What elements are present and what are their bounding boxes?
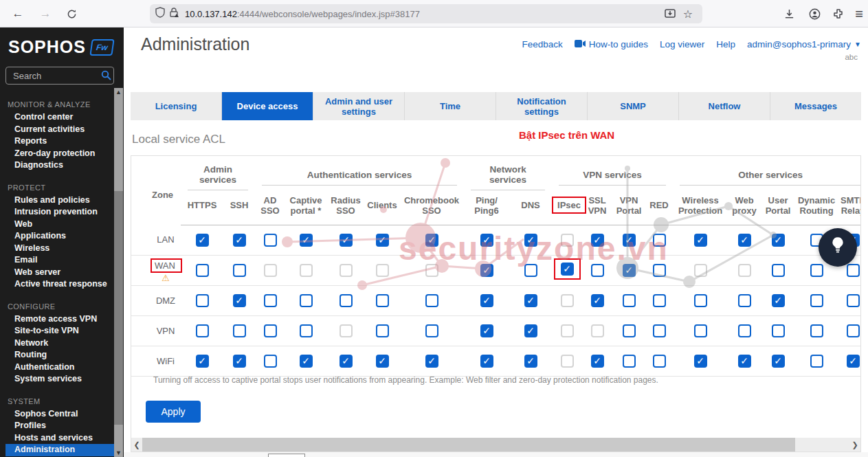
checkbox-wifi-ssl-vpn[interactable]	[591, 355, 604, 368]
checkbox-wifi-smtp-relay[interactable]	[847, 355, 860, 368]
lock-warning-icon[interactable]	[169, 7, 179, 21]
checkbox-vpn-wireless-protection[interactable]	[694, 324, 707, 337]
scroll-up-icon[interactable]: ▲	[114, 89, 123, 96]
checkbox-vpn-https[interactable]	[196, 324, 209, 337]
checkbox-dmz-wireless-protection[interactable]	[694, 294, 707, 307]
horizontal-scrollbar-thumb[interactable]	[142, 438, 795, 452]
checkbox-dmz-captive-portal[interactable]	[300, 294, 313, 307]
tab-time[interactable]: Time	[405, 92, 496, 120]
url-bar[interactable]: 10.0.137.142:4444/webconsole/webpages/in…	[150, 4, 702, 23]
checkbox-wifi-clients[interactable]	[376, 355, 389, 368]
checkbox-vpn-ssh[interactable]	[233, 324, 246, 337]
checkbox-lan-captive-portal[interactable]	[300, 234, 313, 247]
search-input[interactable]	[5, 67, 114, 85]
checkbox-vpn-web-proxy[interactable]	[738, 324, 751, 337]
sidebar-item-remote-access-vpn[interactable]: Remote access VPN	[0, 313, 114, 326]
sidebar-scrollbar[interactable]: ▲ ▼	[114, 88, 123, 457]
sidebar-item-active-threat-response[interactable]: Active threat response	[0, 278, 114, 291]
help-link[interactable]: Help	[716, 39, 735, 49]
checkbox-lan-https[interactable]	[196, 234, 209, 247]
tab-netflow[interactable]: Netflow	[679, 92, 770, 120]
checkbox-vpn-user-portal[interactable]	[772, 324, 785, 337]
checkbox-dmz-ssl-vpn[interactable]	[591, 294, 604, 307]
checkbox-vpn-smtp-relay[interactable]	[847, 324, 860, 337]
checkbox-wifi-chromebook-sso[interactable]	[425, 355, 438, 368]
tab-snmp[interactable]: SNMP	[588, 92, 679, 120]
feedback-link[interactable]: Feedback	[522, 39, 562, 49]
checkbox-wan-red[interactable]	[653, 264, 666, 277]
checkbox-vpn-captive-portal[interactable]	[300, 324, 313, 337]
checkbox-dmz-radius-sso[interactable]	[340, 294, 353, 307]
checkbox-wan-smtp-relay[interactable]	[847, 264, 860, 277]
checkbox-dmz-chromebook-sso[interactable]	[425, 294, 438, 307]
checkbox-lan-ssh[interactable]	[233, 234, 246, 247]
checkbox-lan-web-proxy[interactable]	[738, 234, 751, 247]
tab-device-access[interactable]: Device access	[222, 92, 313, 120]
checkbox-wifi-dns[interactable]	[524, 355, 537, 368]
reload-icon[interactable]	[63, 5, 80, 22]
sidebar-scrollbar-thumb[interactable]	[114, 191, 123, 425]
checkbox-dmz-vpn-portal[interactable]	[623, 294, 636, 307]
tab-licensing[interactable]: Licensing	[131, 92, 222, 120]
bookmark-star-icon[interactable]: ☆	[679, 6, 697, 21]
scroll-right-icon[interactable]: ❯	[849, 438, 860, 452]
checkbox-dmz-smtp-relay[interactable]	[847, 294, 860, 307]
checkbox-wifi-ping-ping6[interactable]	[480, 355, 493, 368]
sidebar-item-administration[interactable]: Administration	[5, 444, 115, 456]
sidebar-item-wireless[interactable]: Wireless	[0, 243, 114, 255]
sidebar-item-web-server[interactable]: Web server	[0, 267, 114, 279]
sidebar-item-email[interactable]: Email	[0, 254, 114, 267]
scroll-down-icon[interactable]: ▼	[114, 449, 123, 456]
url-text[interactable]: 10.0.137.142:4444/webconsole/webpages/in…	[185, 9, 661, 19]
checkbox-lan-chromebook-sso[interactable]	[425, 234, 438, 247]
checkbox-lan-ssl-vpn[interactable]	[591, 234, 604, 247]
checkbox-dmz-dns[interactable]	[524, 294, 537, 307]
sidebar-item-control-center[interactable]: Control center	[0, 111, 114, 124]
tab-notification-settings[interactable]: Notification settings	[496, 92, 588, 120]
sidebar-item-site-to-site-vpn[interactable]: Site-to-site VPN	[0, 325, 114, 337]
checkbox-vpn-red[interactable]	[653, 324, 666, 337]
checkbox-dmz-ssh[interactable]	[233, 294, 246, 307]
checkbox-dmz-https[interactable]	[196, 294, 209, 307]
checkbox-lan-radius-sso[interactable]	[340, 234, 353, 247]
checkbox-dmz-ping-ping6[interactable]	[480, 294, 493, 307]
sidebar-item-system-services[interactable]: System services	[0, 373, 114, 386]
checkbox-wifi-captive-portal[interactable]	[300, 355, 313, 368]
back-icon[interactable]: ←	[10, 5, 26, 22]
checkbox-wifi-https[interactable]	[196, 355, 209, 368]
how-to-guides-link[interactable]: How-to guides	[575, 39, 648, 49]
checkbox-lan-red[interactable]	[653, 234, 666, 247]
checkbox-wan-https[interactable]	[196, 264, 209, 277]
checkbox-wan-dynamic-routing[interactable]	[810, 264, 823, 277]
checkbox-lan-wireless-protection[interactable]	[694, 234, 707, 247]
tab-admin-and-user-settings[interactable]: Admin and user settings	[313, 92, 405, 120]
checkbox-wifi-wireless-protection[interactable]	[694, 355, 707, 368]
checkbox-dmz-user-portal[interactable]	[772, 294, 785, 307]
checkbox-lan-user-portal[interactable]	[772, 234, 785, 247]
sidebar-item-zero-day-protection[interactable]: Zero-day protection	[0, 148, 114, 160]
checkbox-dmz-ad-sso[interactable]	[264, 294, 277, 307]
checkbox-vpn-dns[interactable]	[524, 324, 537, 337]
sidebar-item-authentication[interactable]: Authentication	[0, 361, 114, 374]
log-viewer-link[interactable]: Log viewer	[660, 39, 704, 49]
checkbox-vpn-chromebook-sso[interactable]	[425, 324, 438, 337]
checkbox-lan-vpn-portal[interactable]	[623, 234, 636, 247]
scroll-left-icon[interactable]: ❮	[131, 438, 142, 452]
checkbox-wan-user-portal[interactable]	[772, 264, 785, 277]
checkbox-vpn-clients[interactable]	[376, 324, 389, 337]
shield-icon[interactable]	[155, 7, 165, 21]
checkbox-lan-dns[interactable]	[524, 234, 537, 247]
sidebar-item-profiles[interactable]: Profiles	[0, 420, 114, 432]
checkbox-wifi-ad-sso[interactable]	[264, 355, 277, 368]
download-icon[interactable]	[781, 5, 797, 22]
assistant-lightbulb-button[interactable]	[819, 228, 857, 267]
checkbox-wan-ping-ping6[interactable]	[480, 264, 493, 277]
checkbox-wan-ipsec[interactable]	[561, 263, 574, 276]
checkbox-wan-ssh[interactable]	[233, 264, 246, 277]
sidebar-item-sophos-central[interactable]: Sophos Central	[0, 408, 114, 421]
save-page-icon[interactable]	[661, 6, 679, 21]
checkbox-vpn-ping-ping6[interactable]	[480, 324, 493, 337]
checkbox-lan-ping-ping6[interactable]	[480, 234, 493, 247]
user-menu[interactable]: admin@sophos1-primary▼	[747, 39, 861, 49]
checkbox-lan-ad-sso[interactable]	[264, 234, 277, 247]
